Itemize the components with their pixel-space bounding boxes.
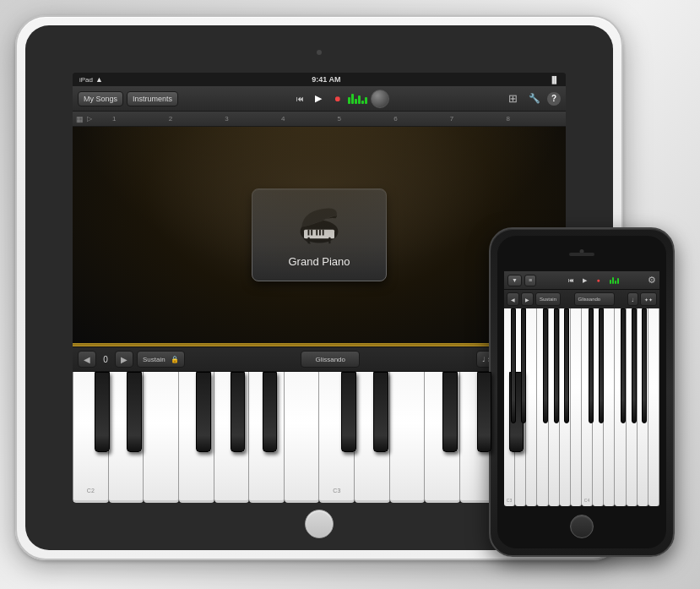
iph-list-btn[interactable]: ≡ (524, 275, 536, 286)
iph-lbar-3 (615, 281, 616, 284)
level-bar-2 (351, 94, 354, 104)
arrow-left-icon: ◀ (84, 355, 90, 364)
iph-down-btn[interactable]: ▼ (507, 275, 522, 286)
iph-transport: ⏮ ▶ ● (566, 275, 605, 286)
ruler-mark-6: 6 (393, 115, 450, 123)
c2-label: C2 (87, 488, 95, 494)
key-a2[interactable] (249, 372, 285, 503)
iph-key-c3[interactable]: C3 (504, 308, 515, 506)
iph-list-icon: ≡ (529, 277, 532, 283)
iph-lbar-1 (610, 280, 611, 284)
iph-key-g4[interactable] (627, 308, 638, 506)
ruler-mark-2: 2 (169, 115, 225, 123)
iphone-device: ▼ ≡ ⏮ ▶ ● (489, 227, 675, 557)
iph-arp-btn[interactable]: ✦✦ (640, 292, 657, 306)
volume-knob[interactable] (371, 90, 389, 108)
device-label: iPad (79, 76, 93, 84)
level-bar-1 (348, 97, 350, 104)
c3-label: C3 (333, 488, 340, 494)
iph-arrow-right: ▶ (525, 297, 529, 303)
svg-rect-5 (319, 230, 321, 236)
instruments-button[interactable]: Instruments (127, 91, 178, 106)
iph-oct-up[interactable]: ▶ (521, 292, 534, 306)
help-button[interactable]: ? (547, 92, 561, 106)
iph-lbar-2 (612, 277, 614, 284)
gb-header: My Songs Instruments ⏮ ▶ ⏺ (73, 86, 566, 112)
iph-controls: ◀ ▶ Sustain Glissando ♩ (504, 290, 659, 308)
iph-scale-btn[interactable]: ♩ (627, 292, 638, 306)
iph-level-meter (610, 277, 619, 284)
iph-key-b4[interactable] (648, 308, 659, 506)
key-d2[interactable] (109, 372, 144, 503)
iphone-inner: ▼ ≡ ⏮ ▶ ● (497, 236, 666, 548)
wrench-button[interactable]: 🔧 (525, 90, 544, 108)
iph-key-e4[interactable] (604, 308, 615, 506)
iph-header: ▼ ≡ ⏮ ▶ ● (504, 271, 659, 290)
iph-key-f3[interactable] (537, 308, 548, 506)
instrument-card[interactable]: Grand Piano (252, 188, 387, 281)
ruler: ▦ ▷ 1 2 3 4 5 6 7 8 (73, 112, 566, 127)
iph-record-btn[interactable]: ● (593, 275, 605, 286)
rewind-button[interactable]: ⏮ (292, 91, 307, 106)
key-e3[interactable] (390, 372, 426, 503)
iph-sustain-label: Sustain (540, 297, 556, 302)
piano-icon (294, 202, 345, 248)
iph-play-btn[interactable]: ▶ (579, 275, 591, 286)
lock-icon: 🔒 (171, 356, 179, 363)
level-bar-4 (358, 95, 361, 104)
svg-rect-8 (328, 237, 330, 244)
iph-key-d3[interactable] (515, 308, 526, 506)
svg-rect-3 (311, 230, 312, 236)
scene: iPad ▲ 9:41 AM ▐▌ My Songs Instruments ⏮… (0, 0, 700, 589)
status-bar: iPad ▲ 9:41 AM ▐▌ (73, 73, 566, 86)
cursor-icon: ▷ (87, 115, 92, 123)
iph-key-e3[interactable] (526, 308, 537, 506)
iph-oct-down[interactable]: ◀ (507, 292, 519, 306)
key-g2[interactable] (214, 372, 250, 503)
sustain-button[interactable]: Sustain 🔒 (137, 351, 185, 368)
iphone-screen: ▼ ≡ ⏮ ▶ ● (504, 271, 659, 506)
mixer-button[interactable]: ⊞ (503, 90, 522, 108)
glissando-button[interactable]: Glissando (301, 351, 360, 368)
svg-rect-6 (323, 230, 324, 236)
key-f2[interactable] (179, 372, 214, 503)
iphone-home-button[interactable] (570, 515, 594, 538)
iph-rewind-btn[interactable]: ⏮ (566, 275, 578, 286)
wifi-icon: ▲ (95, 75, 103, 84)
my-songs-button[interactable]: My Songs (78, 91, 123, 106)
iph-key-d4[interactable] (593, 308, 604, 506)
octave-up-button[interactable]: ▶ (115, 351, 133, 368)
ruler-mark-4: 4 (281, 115, 338, 123)
iph-key-a4[interactable] (638, 308, 648, 506)
ruler-markers: 1 2 3 4 5 6 7 8 (112, 115, 562, 123)
iph-key-a3[interactable] (560, 308, 571, 506)
status-time: 9:41 AM (312, 75, 340, 84)
key-e2[interactable] (144, 372, 179, 503)
level-bar-5 (361, 101, 364, 104)
level-bar-3 (355, 99, 357, 104)
key-c3[interactable]: C3 (319, 372, 355, 503)
sustain-label: Sustain (143, 356, 166, 363)
iph-key-g3[interactable] (549, 308, 560, 506)
key-d3[interactable] (355, 372, 390, 503)
iph-key-f4[interactable] (615, 308, 626, 506)
key-f3[interactable] (425, 372, 460, 503)
iph-key-b3[interactable] (571, 308, 582, 506)
iph-glissando-btn[interactable]: Glissando (574, 292, 615, 306)
ruler-mark-8: 8 (506, 115, 562, 123)
ruler-mark-3: 3 (225, 115, 281, 123)
iph-sustain-btn[interactable]: Sustain (535, 292, 561, 306)
iph-arp-icon: ✦✦ (644, 297, 653, 303)
record-button[interactable]: ⏺ (329, 91, 345, 106)
iph-arrow-left: ◀ (511, 297, 515, 303)
iph-key-c4[interactable]: C4 (582, 308, 593, 506)
svg-rect-2 (308, 230, 310, 236)
key-c2[interactable]: C2 (73, 372, 109, 503)
key-b2[interactable] (285, 372, 320, 503)
ipad-home-button[interactable] (305, 510, 334, 538)
ruler-mark-5: 5 (338, 115, 394, 123)
octave-down-button[interactable]: ◀ (78, 351, 96, 368)
iph-gear-btn[interactable]: ⚙ (648, 275, 656, 286)
iph-c3-label: C3 (507, 498, 512, 503)
play-button[interactable]: ▶ (311, 91, 326, 106)
